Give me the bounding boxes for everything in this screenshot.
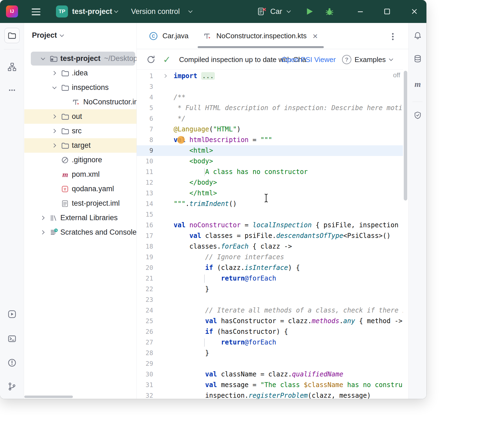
code-line-17[interactable]: 17 val classes = psiFile.descendantsOfTy… <box>137 231 403 241</box>
code-line-4[interactable]: 4/** <box>137 92 403 103</box>
line-number[interactable]: 23 <box>137 294 153 305</box>
code-line-32[interactable]: 32 inspection.registerProblem(clazz, mes… <box>137 390 403 399</box>
tree-item-external-libraries[interactable]: External Libraries <box>24 211 136 225</box>
tree-item-noconstructor-inspection-kts[interactable]: NoConstructor.inspection.kts <box>24 95 136 109</box>
line-number[interactable]: 11 <box>137 167 153 177</box>
tree-item-qodana-yaml[interactable]: Yqodana.yaml <box>24 182 136 196</box>
line-number[interactable]: 9 <box>137 145 153 156</box>
code-line-18[interactable]: 18 classes.forEach { clazz -> <box>137 241 403 252</box>
debug-button[interactable] <box>325 0 334 23</box>
structure-toolwindow-icon[interactable] <box>4 59 20 75</box>
tree-item-inspections[interactable]: inspections <box>24 80 136 95</box>
line-number[interactable]: 27 <box>137 337 153 348</box>
close-tab-icon[interactable]: × <box>313 32 318 40</box>
services-toolwindow-icon[interactable] <box>4 306 20 322</box>
project-horizontal-scrollbar[interactable] <box>24 396 73 398</box>
code-line-27[interactable]: 27 return@forEach <box>137 337 403 348</box>
line-number[interactable]: 22 <box>137 284 153 294</box>
line-number[interactable]: 30 <box>137 369 153 380</box>
line-number[interactable]: 4 <box>137 92 153 103</box>
tree-item-test-project-iml[interactable]: test-project.iml <box>24 196 136 211</box>
close-icon[interactable] <box>410 7 419 16</box>
chevron-down-icon[interactable] <box>41 56 45 60</box>
code-line-24[interactable]: 24 // Iterate all methods of a class, ch… <box>137 305 403 316</box>
project-toolwindow-icon[interactable] <box>4 28 20 43</box>
code-line-6[interactable]: 6 */ <box>137 113 403 124</box>
code-line-26[interactable]: 26 if (hasConstructor) { <box>137 326 403 337</box>
line-number[interactable]: 7 <box>137 124 153 135</box>
code-line-20[interactable]: 20 if (clazz.isInterface) { <box>137 263 403 273</box>
line-number[interactable]: 16 <box>137 220 153 231</box>
line-number[interactable]: 6 <box>137 113 153 124</box>
more-toolwindows-icon[interactable] <box>4 82 20 98</box>
code-line-7[interactable]: 7@Language("HTML") <box>137 124 403 135</box>
code-line-23[interactable]: 23 <box>137 294 403 305</box>
line-number[interactable]: 14 <box>137 199 153 209</box>
line-number[interactable]: 13 <box>137 188 153 199</box>
line-number[interactable]: 8 <box>137 135 153 145</box>
chevron-right-icon[interactable] <box>52 71 56 75</box>
tree-item--idea[interactable]: .idea <box>24 66 136 80</box>
line-number[interactable]: 19 <box>137 252 153 263</box>
tree-item-test-project[interactable]: test-project~/Desktop <box>24 51 136 66</box>
chevron-right-icon[interactable] <box>52 114 56 119</box>
editor-vertical-scrollbar[interactable] <box>403 70 408 399</box>
chevron-right-icon[interactable] <box>40 216 45 220</box>
help-icon[interactable]: ? <box>342 49 351 70</box>
code-line-5[interactable]: 5 * Full HTML description of inspection:… <box>137 103 403 113</box>
chevron-right-icon[interactable] <box>52 143 56 148</box>
line-number[interactable]: 31 <box>137 380 153 390</box>
line-number[interactable]: 24 <box>137 305 153 316</box>
code-line-30[interactable]: 30 val className = clazz.qualifiedName <box>137 369 403 380</box>
line-number[interactable]: 25 <box>137 316 153 326</box>
scrollbar-thumb[interactable] <box>404 71 407 201</box>
qodana-shield-icon[interactable] <box>410 108 425 123</box>
line-number[interactable]: 21 <box>137 273 153 284</box>
code-line-25[interactable]: 25 val hasConstructor = clazz.methods.an… <box>137 316 403 326</box>
code-line-19[interactable]: 19 // Ignore interfaces <box>137 252 403 263</box>
tree-item-src[interactable]: src <box>24 124 136 138</box>
code-line-9[interactable]: 9 <html> <box>137 145 403 156</box>
open-psi-viewer-link[interactable]: Open PSI Viewer <box>281 49 336 70</box>
tab-noconstructor-inspection-kts[interactable]: NoConstructor.inspection.kts× <box>196 23 325 49</box>
tab-car-java[interactable]: CCar.java <box>141 23 196 49</box>
fold-chevron-icon[interactable] <box>163 74 167 78</box>
chevron-right-icon[interactable] <box>40 230 45 235</box>
tree-item--gitignore[interactable]: .gitignore <box>24 153 136 167</box>
code-line-8[interactable]: 8val htmlDescription = """ <box>137 135 403 145</box>
code-line-12[interactable]: 12 </body> <box>137 177 403 188</box>
line-number[interactable]: 1 <box>137 71 153 81</box>
maximize-icon[interactable] <box>383 7 391 16</box>
run-button[interactable] <box>305 0 314 23</box>
code-line-14[interactable]: 14""".trimIndent() <box>137 199 403 209</box>
code-line-10[interactable]: 10 <body> <box>137 156 403 167</box>
run-config-selector[interactable]: Car <box>270 0 282 23</box>
line-number[interactable]: 20 <box>137 263 153 273</box>
line-number[interactable]: 5 <box>137 103 153 113</box>
vcs-widget[interactable]: Version control <box>131 0 180 23</box>
code-line-21[interactable]: 21 return@forEach <box>137 273 403 284</box>
code-line-1[interactable]: 1import ... <box>137 71 403 81</box>
line-number[interactable]: 17 <box>137 231 153 241</box>
code-editor[interactable]: 1import ...34/**5 * Full HTML descriptio… <box>137 70 403 399</box>
code-line-13[interactable]: 13 </html> <box>137 188 403 199</box>
intellij-logo-icon[interactable]: IJ <box>6 5 18 17</box>
project-switcher[interactable]: test-project <box>72 0 112 23</box>
line-number[interactable]: 32 <box>137 390 153 399</box>
chevron-down-icon[interactable] <box>52 85 57 89</box>
problems-toolwindow-icon[interactable] <box>4 355 20 370</box>
line-number[interactable]: 12 <box>137 177 153 188</box>
refresh-icon[interactable] <box>146 49 156 70</box>
code-line-11[interactable]: 11 A class has no constructor <box>137 167 403 177</box>
version-control-toolwindow-icon[interactable] <box>4 379 20 394</box>
code-line-3[interactable]: 3 <box>137 81 403 92</box>
project-avatar[interactable]: TP <box>56 5 68 17</box>
code-line-29[interactable]: 29 <box>137 358 403 369</box>
code-line-28[interactable]: 28 } <box>137 348 403 358</box>
maven-icon[interactable]: m <box>410 76 425 92</box>
code-line-22[interactable]: 22 } <box>137 284 403 294</box>
terminal-toolwindow-icon[interactable] <box>4 331 20 346</box>
line-number[interactable]: 18 <box>137 241 153 252</box>
tree-item-scratches-and-consoles[interactable]: Scratches and Consoles <box>24 225 136 240</box>
database-icon[interactable] <box>410 51 425 66</box>
